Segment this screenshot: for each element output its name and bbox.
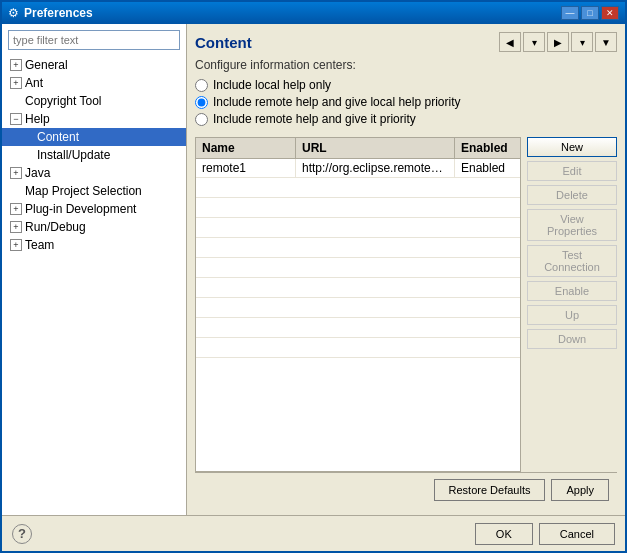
table-body[interactable]: remote1 http://org.eclipse.remote1/help … [196,159,520,471]
sidebar-item-general[interactable]: + General [2,56,186,74]
forward-button[interactable]: ▶ [547,32,569,52]
main-content: + General + Ant Copyright Tool − Help Co… [2,24,625,515]
enable-button[interactable]: Enable [527,281,617,301]
sidebar-item-help[interactable]: − Help [2,110,186,128]
radio-remote-priority-input[interactable] [195,96,208,109]
cell-url: http://org.eclipse.remote1/help [296,159,455,177]
title-bar-left: ⚙ Preferences [8,6,93,20]
title-bar: ⚙ Preferences — □ ✕ [2,2,625,24]
sidebar-item-map[interactable]: Map Project Selection [2,182,186,200]
sidebar-item-label: Team [25,238,54,252]
up-button[interactable]: Up [527,305,617,325]
radio-remote-priority-label: Include remote help and give local help … [213,95,460,109]
expander-general[interactable]: + [10,59,22,71]
restore-defaults-button[interactable]: Restore Defaults [434,479,546,501]
preferences-window: ⚙ Preferences — □ ✕ + General + Ant [0,0,627,553]
footer-buttons: OK Cancel [475,523,615,545]
expander-rundebug[interactable]: + [10,221,22,233]
down-button[interactable]: Down [527,329,617,349]
expander-ant[interactable]: + [10,77,22,89]
radio-local-input[interactable] [195,79,208,92]
close-button[interactable]: ✕ [601,6,619,20]
window-title: Preferences [24,6,93,20]
radio-remote-only[interactable]: Include remote help and give it priority [195,112,617,126]
info-centers-table: Name URL Enabled remote1 http://org.ecli… [195,137,521,472]
radio-group: Include local help only Include remote h… [195,78,617,129]
sidebar: + General + Ant Copyright Tool − Help Co… [2,24,187,515]
table-row-empty[interactable] [196,278,520,298]
bottom-bar: Restore Defaults Apply [195,472,617,507]
nav-toolbar: ◀ ▾ ▶ ▾ ▼ [499,32,617,52]
forward-dropdown-icon: ▾ [580,37,585,48]
sidebar-item-label: General [25,58,68,72]
sidebar-item-label: Plug-in Development [25,202,136,216]
menu-dropdown[interactable]: ▼ [595,32,617,52]
expander-java[interactable]: + [10,167,22,179]
sidebar-item-label: Content [37,130,79,144]
configure-label: Configure information centers: [195,58,617,72]
radio-remote-only-label: Include remote help and give it priority [213,112,416,126]
sidebar-item-label: Ant [25,76,43,90]
filter-input[interactable] [8,30,180,50]
table-row-empty[interactable] [196,198,520,218]
sidebar-item-ant[interactable]: + Ant [2,74,186,92]
sidebar-item-install[interactable]: Install/Update [2,146,186,164]
table-row-empty[interactable] [196,218,520,238]
table-row-empty[interactable] [196,238,520,258]
footer-bar: ? OK Cancel [2,515,625,551]
table-row[interactable]: remote1 http://org.eclipse.remote1/help … [196,159,520,178]
expander-help[interactable]: − [10,113,22,125]
view-properties-button[interactable]: View Properties [527,209,617,241]
table-row-empty[interactable] [196,318,520,338]
col-name: Name [196,138,296,158]
panel-title: Content [195,34,252,51]
minimize-button[interactable]: — [561,6,579,20]
sidebar-item-content[interactable]: Content [2,128,186,146]
sidebar-item-java[interactable]: + Java [2,164,186,182]
table-row-empty[interactable] [196,338,520,358]
table-row-empty[interactable] [196,298,520,318]
maximize-button[interactable]: □ [581,6,599,20]
col-enabled: Enabled [455,138,520,158]
apply-button[interactable]: Apply [551,479,609,501]
side-buttons: New Edit Delete View Properties Test Con… [527,137,617,472]
back-button[interactable]: ◀ [499,32,521,52]
cell-name: remote1 [196,159,296,177]
window-icon: ⚙ [8,6,19,20]
content-area: Configure information centers: Include l… [195,58,617,472]
radio-local[interactable]: Include local help only [195,78,617,92]
sidebar-item-team[interactable]: + Team [2,236,186,254]
radio-local-label: Include local help only [213,78,331,92]
expander-team[interactable]: + [10,239,22,251]
sidebar-item-label: Install/Update [37,148,110,162]
sidebar-item-rundebug[interactable]: + Run/Debug [2,218,186,236]
col-url: URL [296,138,455,158]
edit-button[interactable]: Edit [527,161,617,181]
back-dropdown-icon: ▾ [532,37,537,48]
cancel-button[interactable]: Cancel [539,523,615,545]
forward-dropdown[interactable]: ▾ [571,32,593,52]
radio-remote-priority[interactable]: Include remote help and give local help … [195,95,617,109]
cell-enabled: Enabled [455,159,520,177]
forward-icon: ▶ [554,37,562,48]
radio-remote-only-input[interactable] [195,113,208,126]
sidebar-item-copyright[interactable]: Copyright Tool [2,92,186,110]
sidebar-item-label: Run/Debug [25,220,86,234]
ok-button[interactable]: OK [475,523,533,545]
delete-button[interactable]: Delete [527,185,617,205]
new-button[interactable]: New [527,137,617,157]
expander-plugin[interactable]: + [10,203,22,215]
table-row-empty[interactable] [196,258,520,278]
right-panel: Content ◀ ▾ ▶ ▾ ▼ [187,24,625,515]
help-icon[interactable]: ? [12,524,32,544]
back-dropdown[interactable]: ▾ [523,32,545,52]
test-connection-button[interactable]: Test Connection [527,245,617,277]
sidebar-item-plugin[interactable]: + Plug-in Development [2,200,186,218]
sidebar-item-label: Java [25,166,50,180]
table-section: Name URL Enabled remote1 http://org.ecli… [195,137,617,472]
table-row-empty[interactable] [196,178,520,198]
table-header: Name URL Enabled [196,138,520,159]
panel-header: Content ◀ ▾ ▶ ▾ ▼ [195,32,617,52]
sidebar-item-label: Copyright Tool [25,94,102,108]
back-icon: ◀ [506,37,514,48]
